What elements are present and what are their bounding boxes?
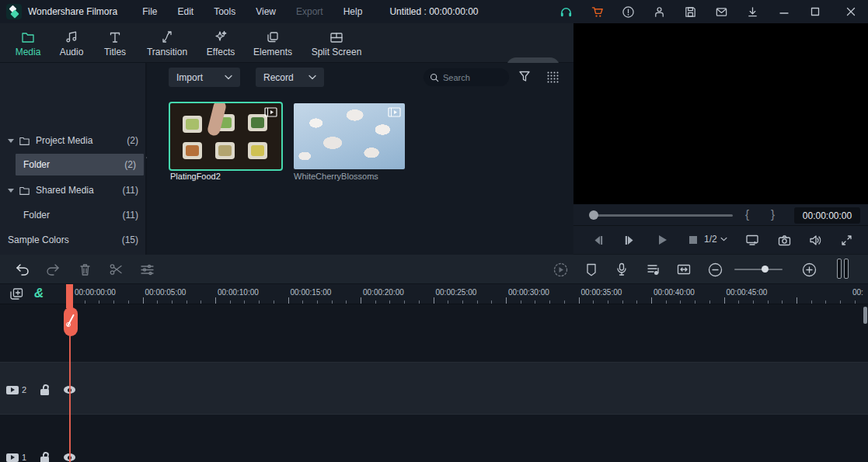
import-dropdown[interactable]: Import	[169, 68, 240, 87]
zoom-in-icon[interactable]	[801, 262, 817, 277]
sidebar-item-folder-selected[interactable]: Folder (2)	[16, 154, 144, 175]
scrubber-handle[interactable]	[589, 210, 598, 220]
marker-icon[interactable]	[584, 262, 599, 277]
tab-transition[interactable]: Transition	[142, 28, 192, 62]
store-cart-icon[interactable]	[589, 4, 605, 19]
fullscreen-icon[interactable]	[838, 232, 854, 248]
auto-ripple-icon[interactable]: &	[34, 286, 44, 301]
fit-timeline-icon[interactable]	[676, 262, 692, 277]
adjust-properties-icon[interactable]	[139, 262, 155, 277]
account-icon[interactable]	[651, 4, 667, 19]
ruler-label: 00:00:40:00	[654, 288, 695, 297]
sidebar-item-shared-folder[interactable]: Folder (11)	[0, 206, 146, 224]
tab-titles[interactable]: Titles	[99, 28, 131, 62]
zoom-slider-handle[interactable]	[762, 266, 769, 273]
tab-audio[interactable]: Audio	[54, 28, 89, 62]
mark-in-brace[interactable]: {	[745, 207, 749, 221]
ruler-label: 00:00:10:00	[218, 288, 259, 297]
menu-file[interactable]: File	[142, 6, 157, 17]
zoom-out-icon[interactable]	[707, 262, 723, 277]
caret-down-icon[interactable]	[8, 139, 14, 143]
feedback-mail-icon[interactable]	[713, 4, 729, 19]
tab-effects[interactable]: Effects	[203, 28, 239, 62]
stop-button[interactable]	[685, 232, 701, 248]
media-item-platingfood2[interactable]	[170, 103, 281, 169]
volume-icon[interactable]	[807, 232, 823, 248]
menu-help[interactable]: Help	[343, 6, 363, 17]
preview-scrubber-row: { } 00:00:00:00	[573, 204, 868, 226]
play-button[interactable]	[654, 232, 670, 248]
minimize-button[interactable]	[769, 0, 799, 23]
caret-down-icon[interactable]	[8, 189, 14, 193]
scrubber-track[interactable]	[593, 214, 733, 217]
split-scissors-icon[interactable]	[108, 262, 124, 277]
timeline-header: & 00:00:00:0000:00:05:0000:00:10:0000:00…	[0, 284, 868, 304]
ruler-label: 00:00:25:00	[436, 288, 477, 297]
tab-split-screen[interactable]: Split Screen	[309, 28, 364, 62]
manage-tracks-icon[interactable]	[9, 287, 24, 301]
timeline-scrollbar[interactable]	[863, 307, 867, 324]
ruler-label-partial: 00:	[852, 288, 863, 297]
track-number: 2	[22, 385, 26, 394]
menu-view[interactable]: View	[256, 6, 276, 17]
project-title: Untitled : 00:00:00:00	[389, 6, 478, 17]
track-1-header: 1	[6, 452, 75, 462]
render-preview-icon[interactable]	[553, 262, 568, 277]
track-row-1[interactable]: 1	[0, 415, 868, 462]
redo-icon[interactable]	[45, 262, 61, 277]
info-icon[interactable]	[620, 4, 636, 19]
menu-export: Export	[296, 6, 323, 17]
preview-controls: 1/2	[573, 226, 868, 254]
save-icon[interactable]	[682, 4, 698, 19]
timeline-tracks-area[interactable]: 2 1	[0, 304, 868, 462]
filter-funnel-icon[interactable]	[518, 70, 531, 83]
quality-dropdown[interactable]: 1/2	[704, 234, 727, 245]
ruler-label: 00:00:20:00	[363, 288, 404, 297]
sidebar-item-sample-colors[interactable]: Sample Colors (15)	[0, 231, 146, 249]
sidebar-item-project-media[interactable]: Project Media (2)	[0, 131, 146, 150]
audio-mixer-icon[interactable]	[645, 262, 661, 277]
download-icon[interactable]	[744, 4, 760, 19]
zoom-slider[interactable]	[734, 269, 783, 270]
media-sidebar: Project Media (2) Folder (2) Shared Medi…	[0, 63, 146, 255]
dual-screen-icon[interactable]	[744, 232, 760, 248]
track-row-2[interactable]: 2	[0, 362, 868, 415]
lock-open-icon[interactable]	[40, 452, 50, 462]
preview-timecode: 00:00:00:00	[794, 207, 860, 224]
filmora-window: Wondershare Filmora File Edit Tools View…	[0, 0, 868, 462]
sidebar-item-shared-media[interactable]: Shared Media (11)	[0, 181, 146, 200]
tab-elements[interactable]: Elements	[250, 28, 295, 62]
search-box[interactable]	[424, 68, 509, 86]
snapshot-camera-icon[interactable]	[776, 232, 792, 248]
split-screen-icon	[329, 28, 343, 43]
ruler-label: 00:00:15:00	[291, 288, 332, 297]
chevron-down-icon	[225, 75, 232, 80]
ruler-label: 00:00:05:00	[145, 288, 186, 297]
search-icon	[430, 73, 439, 82]
next-frame-button[interactable]	[622, 232, 637, 248]
grid-view-icon[interactable]	[546, 71, 559, 83]
track-height-bars-icon[interactable]	[837, 259, 849, 279]
media-item-name: PlatingFood2	[170, 172, 221, 181]
close-button[interactable]	[836, 0, 866, 23]
titles-t-icon	[109, 28, 121, 43]
previous-frame-button[interactable]	[591, 232, 606, 248]
maximize-button[interactable]	[800, 0, 830, 23]
app-name: Wondershare Filmora	[28, 6, 117, 17]
delete-trash-icon[interactable]	[77, 262, 92, 277]
ruler-label: 00:00:35:00	[581, 288, 622, 297]
video-clip-icon	[388, 107, 401, 117]
voiceover-mic-icon[interactable]	[614, 262, 629, 277]
menu-edit[interactable]: Edit	[178, 6, 194, 17]
filmora-logo-icon	[6, 4, 22, 19]
lock-open-icon[interactable]	[40, 384, 50, 395]
record-dropdown[interactable]: Record	[256, 68, 324, 87]
support-headset-icon[interactable]	[558, 4, 573, 19]
menu-tools[interactable]: Tools	[214, 6, 235, 17]
mark-out-brace[interactable]: }	[771, 207, 775, 221]
undo-icon[interactable]	[15, 262, 30, 277]
playhead-handle[interactable]	[64, 307, 78, 336]
search-input[interactable]	[443, 73, 497, 82]
tab-media[interactable]: Media	[10, 28, 46, 62]
media-item-whitecherryblossoms[interactable]	[294, 103, 405, 169]
